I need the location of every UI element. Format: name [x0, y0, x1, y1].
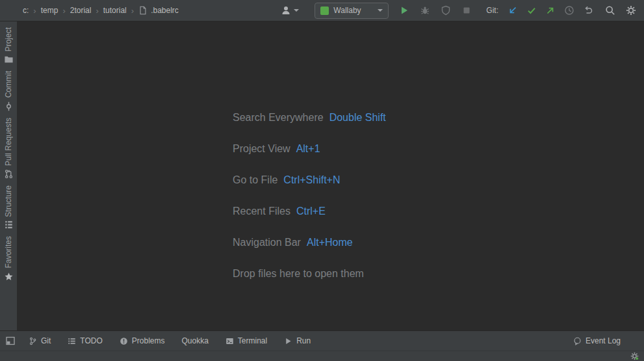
sidebar-item-structure[interactable]: Structure — [4, 182, 14, 234]
shortcut-row: Go to File Ctrl+Shift+N — [233, 165, 386, 196]
drop-hint-row: Drop files here to open them — [233, 258, 386, 289]
chevron-down-icon — [378, 9, 383, 12]
sidebar-item-label: Pull Requests — [4, 118, 13, 166]
rollback-icon[interactable] — [583, 5, 593, 16]
run-icon[interactable] — [399, 5, 409, 16]
shortcut-keys: Alt+Home — [307, 237, 353, 248]
user-icon — [281, 5, 291, 16]
shortcut-row: Navigation Bar Alt+Home — [233, 227, 386, 258]
breadcrumb-file[interactable]: .babelrc — [151, 6, 179, 15]
tool-button-quokka[interactable]: Quokka — [181, 336, 208, 345]
sidebar-item-label: Project — [4, 27, 13, 51]
babelrc-file-icon — [138, 6, 148, 15]
problems-icon — [120, 337, 128, 345]
update-indicator-gear-icon[interactable] — [630, 352, 639, 360]
breadcrumb-separator: › — [33, 6, 36, 16]
settings-gear-icon[interactable] — [626, 5, 636, 16]
tool-button-label: Problems — [132, 336, 165, 345]
git-branch-icon — [29, 337, 37, 345]
shortcut-label: Project View — [233, 143, 290, 155]
event-log-label: Event Log — [586, 336, 621, 345]
terminal-icon — [225, 337, 234, 345]
shortcut-label: Navigation Bar — [233, 237, 301, 248]
breadcrumb: c: › temp › 2torial › tutorial › .babelr… — [23, 6, 179, 16]
tool-button-label: Run — [296, 336, 311, 345]
event-log-button[interactable]: Event Log — [573, 336, 621, 345]
tool-button-label: Quokka — [181, 336, 208, 345]
stop-icon[interactable] — [461, 5, 472, 16]
breadcrumb-separator: › — [96, 6, 98, 16]
coverage-icon[interactable] — [441, 5, 451, 16]
git-controls: Git: — [486, 5, 593, 16]
git-push-icon[interactable] — [545, 5, 556, 16]
ide-window: c: › temp › 2torial › tutorial › .babelr… — [0, 0, 644, 361]
toolwindow-switcher-icon[interactable] — [5, 336, 16, 346]
sidebar-item-label: Favorites — [4, 236, 13, 268]
sidebar-item-pull-requests[interactable]: Pull Requests — [4, 114, 14, 182]
shortcut-keys: Double Shift — [329, 112, 386, 124]
git-label: Git: — [486, 6, 498, 15]
shortcut-keys: Ctrl+Shift+N — [283, 174, 340, 186]
tool-button-terminal[interactable]: Terminal — [225, 336, 267, 345]
folder-icon — [4, 55, 14, 64]
user-menu-button[interactable] — [281, 5, 299, 16]
sidebar-item-project[interactable]: Project — [4, 24, 14, 68]
shortcut-label: Go to File — [233, 174, 277, 186]
left-tool-window-bar: Project Commit Pull Requests Structure — [0, 21, 17, 330]
sidebar-item-label: Commit — [4, 71, 13, 98]
tool-button-label: Terminal — [238, 336, 267, 345]
git-commit-check-icon[interactable] — [526, 5, 537, 16]
run-small-icon — [284, 337, 292, 345]
run-config-selector[interactable]: Wallaby — [315, 3, 389, 19]
chevron-down-icon — [294, 9, 299, 12]
toolbar-right-cluster: Wallaby Git: — [281, 3, 636, 19]
shortcut-label: Search Everywhere — [233, 112, 324, 124]
todo-list-icon — [68, 337, 76, 345]
run-config-label: Wallaby — [333, 6, 373, 15]
drop-hint-text: Drop files here to open them — [233, 268, 364, 280]
main-area: Project Commit Pull Requests Structure — [0, 21, 644, 330]
shortcut-keys: Alt+1 — [296, 143, 320, 155]
tool-button-run[interactable]: Run — [284, 336, 311, 345]
shortcut-row: Project View Alt+1 — [233, 133, 386, 165]
shortcut-row: Search Everywhere Double Shift — [233, 102, 386, 133]
structure-icon — [4, 220, 14, 230]
shortcut-label: Recent Files — [233, 206, 290, 217]
tool-button-problems[interactable]: Problems — [120, 336, 165, 345]
bottom-tool-window-bar: Git TODO Problems Quokka Terminal — [0, 330, 644, 351]
breadcrumb-separator: › — [62, 6, 65, 16]
tool-button-todo[interactable]: TODO — [68, 336, 102, 345]
sidebar-item-label: Structure — [4, 185, 13, 217]
editor-empty-area: Search Everywhere Double Shift Project V… — [17, 21, 644, 330]
shortcut-row: Recent Files Ctrl+E — [233, 196, 386, 227]
tool-button-label: TODO — [80, 336, 102, 345]
breadcrumb-item[interactable]: tutorial — [103, 6, 127, 15]
breadcrumb-separator: › — [131, 6, 134, 16]
status-strip — [0, 351, 644, 361]
shortcut-hints: Search Everywhere Double Shift Project V… — [233, 102, 386, 289]
wallaby-icon — [320, 7, 329, 15]
commit-icon — [4, 101, 14, 111]
breadcrumb-item[interactable]: temp — [41, 6, 58, 15]
history-clock-icon[interactable] — [564, 5, 574, 16]
event-log-icon — [573, 337, 582, 345]
debug-icon[interactable] — [420, 5, 430, 16]
shortcut-keys: Ctrl+E — [296, 206, 326, 217]
toolbar-far-group — [605, 5, 636, 16]
pull-request-icon — [4, 169, 14, 179]
breadcrumb-item[interactable]: 2torial — [70, 6, 92, 15]
star-icon — [4, 272, 14, 282]
git-update-icon[interactable] — [508, 5, 518, 16]
search-icon[interactable] — [605, 5, 615, 16]
tool-button-label: Git — [41, 336, 51, 345]
sidebar-item-favorites[interactable]: Favorites — [4, 233, 14, 284]
sidebar-item-commit[interactable]: Commit — [4, 68, 14, 114]
breadcrumb-drive[interactable]: c: — [23, 6, 29, 15]
execution-controls — [399, 5, 472, 16]
tool-button-git[interactable]: Git — [29, 336, 51, 345]
main-toolbar: c: › temp › 2torial › tutorial › .babelr… — [0, 0, 644, 21]
